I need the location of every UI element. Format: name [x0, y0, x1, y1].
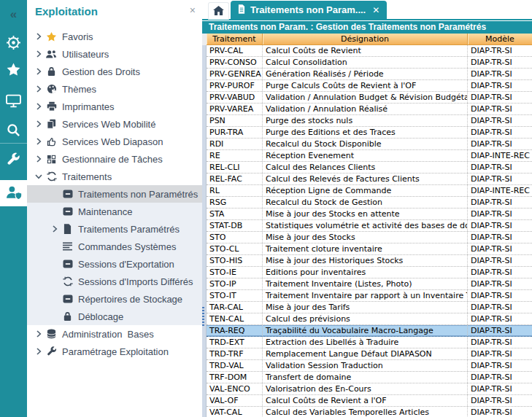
- sidebar-item-traitements-param-tr-s[interactable]: Traitements Paramétrés: [27, 220, 202, 238]
- table-row[interactable]: REL-FACCalcul des Relevés de Factures Cl…: [207, 174, 532, 185]
- sidebar-item-traitements[interactable]: Traitements: [27, 168, 202, 185]
- chevron-right-icon[interactable]: [33, 330, 45, 338]
- sidebar-item-r-pertoires-de-stockage[interactable]: Répertoires de Stockage: [27, 290, 202, 308]
- tab-home[interactable]: [208, 2, 229, 20]
- cell-designation: Mise à jour des Stocks: [263, 232, 468, 243]
- cell-modele: DIAP-TR-SI: [468, 360, 532, 371]
- sidebar-item-gestion-des-droits[interactable]: Gestion des Droits: [27, 63, 202, 80]
- sidebar-item-sessions-d-exportation[interactable]: Sessions d'Exportation: [27, 255, 202, 273]
- table-row[interactable]: STO-IEEditions pour inventairesDIAP-TR-S…: [207, 267, 532, 278]
- table-row[interactable]: TRD-VALValidation Session TraductionDIAP…: [207, 360, 532, 372]
- table-row[interactable]: PRV-VAREAValidation / Annulation Réalisé…: [207, 104, 532, 115]
- tab-close-icon[interactable]: ✕: [372, 5, 379, 15]
- icon-rail: «: [0, 0, 27, 417]
- sidebar-item-imprimantes[interactable]: Imprimantes: [27, 98, 202, 115]
- table-row[interactable]: STO-ITTraitement Inventaire par rapport …: [207, 290, 532, 302]
- sidebar-item-services-web-diapason[interactable]: Services Web Diapason: [27, 133, 202, 150]
- sidebar-item-favoris[interactable]: Favoris: [27, 28, 202, 45]
- chevron-right-icon[interactable]: [33, 33, 45, 40]
- table-row[interactable]: STO-HISMise à jour des Historiques Stock…: [207, 255, 532, 267]
- table-row[interactable]: TRA-REQTraçabilité du Vocabulaire Macro-…: [207, 325, 532, 337]
- displays-button[interactable]: [0, 91, 27, 113]
- table-row[interactable]: RSGRecalcul du Stock de GestionDIAP-TR-S…: [207, 197, 532, 208]
- table-row[interactable]: PRV-GENREAGénération Réalisés / PériodeD…: [207, 69, 532, 80]
- palette-icon: [45, 84, 58, 94]
- tools-button[interactable]: [0, 149, 27, 171]
- table-row[interactable]: VAL-ENCOValorisatrion des En-CoursDIAP-T…: [207, 383, 532, 395]
- chevron-right-icon[interactable]: [33, 155, 45, 163]
- table-row[interactable]: PRV-CONSOCalcul ConsolidationDIAP-TR-SI: [207, 57, 532, 69]
- table-row[interactable]: RDIRecalcul du Stock DisponibleDIAP-TR-S…: [207, 139, 532, 150]
- sidebar-item-param-trage-exploitation[interactable]: Paramétrage Exploitation: [27, 343, 202, 360]
- thumb-icon: [45, 136, 58, 147]
- table-header: Traitement Désignation Modèle: [207, 34, 532, 45]
- favorites-button[interactable]: [0, 60, 27, 82]
- table-row[interactable]: PRV-CALCalcul Coûts de RevientDIAP-TR-SI: [207, 45, 532, 57]
- sidebar-item-maintenance[interactable]: Maintenance: [27, 203, 202, 220]
- chevron-right-icon[interactable]: [33, 50, 45, 58]
- table-row[interactable]: STO-CLTraitement cloture inventaireDIAP-…: [207, 243, 532, 255]
- star-icon: [45, 31, 58, 42]
- column-header-designation[interactable]: Désignation: [263, 34, 468, 44]
- chevron-right-icon[interactable]: [49, 225, 61, 233]
- cell-designation: Validation / Annulation Réalisé: [263, 104, 468, 114]
- table-row[interactable]: PRV-VABUDValidation / Annulation Budget …: [207, 92, 532, 104]
- cell-traitement: PRV-VAREA: [207, 104, 263, 114]
- cell-modele: DIAP-TR-SI: [468, 208, 532, 219]
- table-row[interactable]: STAT-DBStatistiques volumétrie et activi…: [207, 220, 532, 232]
- user-security-button[interactable]: [0, 180, 27, 206]
- table-row[interactable]: RERéception EvenementDIAP-INTE-REC: [207, 150, 532, 162]
- cell-traitement: VAL-ENCO: [207, 383, 263, 394]
- table-row[interactable]: REL-CLICalcul des Relances ClientsDIAP-T…: [207, 162, 532, 174]
- sidebar-item-sessions-d-imports-diff-r-s[interactable]: Sessions d'Imports Différés: [27, 273, 202, 290]
- cell-modele: DIAP-TR-SI: [468, 395, 532, 406]
- gutter-scroll-marks: [202, 307, 204, 326]
- collapse-sidebar-button[interactable]: «: [0, 4, 27, 26]
- sidebar-item-gestionnaire-de-t-ches[interactable]: Gestionnaire de Tâches: [27, 150, 202, 168]
- cell-traitement: RL: [207, 185, 263, 196]
- chevron-right-icon[interactable]: [33, 120, 45, 128]
- table-row[interactable]: TEN-CALCalcul des prévisionsDIAP-TR-SI: [207, 313, 532, 325]
- sidebar-item-d-blocage[interactable]: Déblocage: [27, 308, 202, 325]
- table-row[interactable]: VAT-CALCalcul des Variables Temporelles …: [207, 407, 532, 417]
- settings-button[interactable]: [0, 33, 27, 55]
- column-header-traitement[interactable]: Traitement: [207, 34, 263, 44]
- table-row[interactable]: TAR-CALMise à jour des TarifsDIAP-TR-SI: [207, 302, 532, 313]
- table-row[interactable]: VAL-OFCalcul Coûts de Revient a l'OFDIAP…: [207, 395, 532, 407]
- cell-modele: DIAP-TR-SI: [468, 348, 532, 359]
- sidebar-item-utilisateurs[interactable]: Utilisateurs: [27, 45, 202, 63]
- cell-designation: Réception Ligne de Commande: [263, 185, 468, 196]
- cell-modele: DIAP-TR-SI: [468, 407, 532, 417]
- chevron-right-icon[interactable]: [33, 68, 45, 75]
- table-row[interactable]: TRD-EXTExtraction des Libellés à Traduir…: [207, 337, 532, 348]
- chevron-right-icon[interactable]: [33, 85, 45, 93]
- table-row[interactable]: PSNPurge des stocks nulsDIAP-TR-SI: [207, 115, 532, 127]
- chevron-down-icon[interactable]: [33, 174, 45, 179]
- sidebar-item-traitements-non-param-tr-s[interactable]: Traitements non Paramétrés: [27, 185, 202, 203]
- cell-traitement: STO: [207, 232, 263, 243]
- star-icon: [6, 62, 21, 79]
- chevron-right-icon[interactable]: [33, 103, 45, 110]
- chevron-right-icon[interactable]: [33, 348, 45, 355]
- tab-active[interactable]: Traitements non Param.... ✕: [231, 1, 387, 19]
- sidebar-close-button[interactable]: ×: [190, 4, 196, 16]
- search-button[interactable]: [0, 120, 27, 142]
- table-row[interactable]: STO-IPTraitement Inventaire (Listes, Pho…: [207, 278, 532, 290]
- cell-modele: DIAP-TR-SI: [468, 127, 532, 138]
- table-row[interactable]: STAMise à jour des Stocks en attenteDIAP…: [207, 208, 532, 220]
- sidebar-item-administration-bases[interactable]: Administration Bases: [27, 325, 202, 343]
- sidebar-item-commandes-syst-mes[interactable]: Commandes Systèmes: [27, 238, 202, 255]
- table-row[interactable]: TRD-TRFRemplacement Langue Défaut DIAPAS…: [207, 348, 532, 360]
- cell-designation: Valorisatrion des En-Cours: [263, 383, 468, 394]
- table-row[interactable]: PRV-PUROFPurge Calculs Coûts de Revient …: [207, 80, 532, 92]
- column-header-modele[interactable]: Modèle: [468, 34, 532, 44]
- table-row[interactable]: STOMise à jour des StocksDIAP-TR-SI: [207, 232, 532, 243]
- sidebar-item-services-web-mobilit[interactable]: Services Web Mobilité: [27, 115, 202, 133]
- card-icon: [61, 190, 74, 198]
- cell-modele: DIAP-TR-SI: [468, 115, 532, 126]
- table-row[interactable]: RLRéception Ligne de CommandeDIAP-INTE-R…: [207, 185, 532, 197]
- chevron-right-icon[interactable]: [33, 138, 45, 145]
- table-row[interactable]: TRF-DOMTransfert de domaineDIAP-TR-SI: [207, 372, 532, 383]
- table-row[interactable]: PUR-TRAPurge des Editions et des TracesD…: [207, 127, 532, 139]
- sidebar-item-th-mes[interactable]: Thèmes: [27, 80, 202, 98]
